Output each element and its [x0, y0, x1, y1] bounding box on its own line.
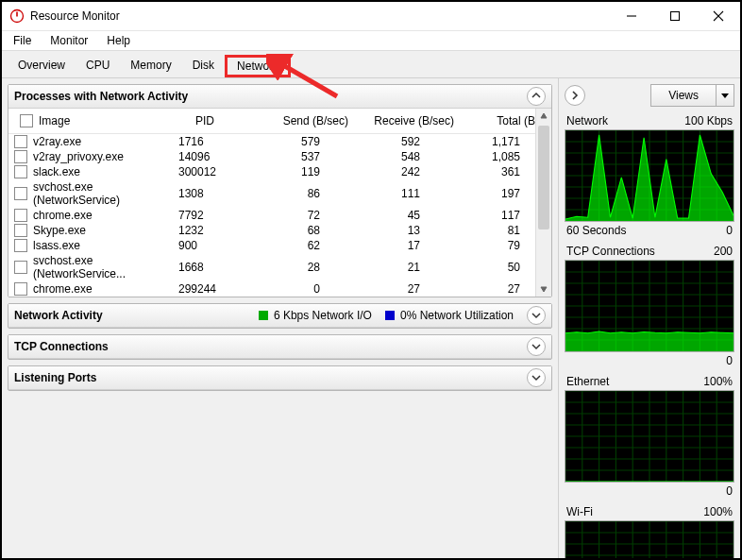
table-row[interactable]: chrome.exe77927245117 — [8, 208, 551, 223]
menu-help[interactable]: Help — [101, 32, 136, 49]
tab-network[interactable]: Network — [225, 55, 291, 77]
cell-total: 27 — [433, 282, 533, 296]
scroll-up-icon[interactable] — [536, 109, 551, 124]
maximize-button[interactable] — [653, 2, 697, 30]
svg-rect-3 — [671, 12, 680, 21]
cell-pid: 1232 — [178, 224, 233, 237]
menu-file[interactable]: File — [8, 32, 37, 49]
table-row[interactable]: Skype.exe1232681381 — [8, 223, 551, 238]
chevron-down-icon[interactable] — [527, 337, 546, 356]
cell-pid: 1308 — [178, 187, 233, 200]
panel-ports-header[interactable]: Listening Ports — [8, 366, 551, 390]
cell-pid: 1668 — [178, 261, 233, 274]
scroll-thumb[interactable] — [538, 126, 549, 229]
cell-pid: 299244 — [178, 282, 233, 296]
table-row[interactable]: slack.exe300012119242361 — [8, 164, 551, 179]
chevron-down-icon[interactable] — [527, 306, 546, 325]
graph-title: Ethernet — [566, 375, 609, 388]
row-checkbox[interactable] — [14, 282, 27, 296]
table-row[interactable]: v2ray_privoxy.exe140965375481,085 — [8, 149, 551, 164]
scroll-down-icon[interactable] — [536, 281, 551, 297]
cell-image: chrome.exe — [33, 209, 93, 222]
svg-marker-7 — [541, 287, 547, 292]
chevron-down-icon[interactable] — [716, 85, 734, 106]
graph-canvas — [565, 260, 734, 352]
svg-rect-1 — [16, 12, 18, 17]
collapse-right-button[interactable] — [565, 85, 585, 106]
cell-total: 117 — [433, 209, 533, 222]
tab-overview[interactable]: Overview — [8, 55, 76, 77]
row-checkbox[interactable] — [14, 187, 27, 200]
tab-memory[interactable]: Memory — [120, 55, 181, 77]
table-header: Image PID Send (B/sec) Receive (B/sec) T… — [8, 109, 551, 134]
table-body: v2ray.exe17165795921,171v2ray_privoxy.ex… — [8, 134, 551, 297]
tab-disk[interactable]: Disk — [182, 55, 225, 77]
right-column: Views Network100 Kbps60 Seconds0TCP Conn… — [558, 78, 740, 558]
col-image[interactable]: Image — [8, 112, 190, 129]
views-button[interactable]: Views — [650, 84, 734, 107]
svg-marker-8 — [721, 93, 729, 98]
row-checkbox[interactable] — [14, 135, 27, 148]
titlebar[interactable]: Resource Monitor — [2, 2, 740, 31]
cell-pid: 300012 — [178, 165, 233, 178]
panel-processes-header[interactable]: Processes with Network Activity — [8, 85, 551, 109]
tabs: Overview CPU Memory Disk Network — [2, 50, 740, 78]
graph-scale: 100% — [703, 375, 733, 388]
minimize-button[interactable] — [610, 2, 653, 30]
panel-network-activity-title: Network Activity — [14, 309, 103, 322]
scrollbar[interactable] — [535, 109, 551, 297]
panel-tcp: TCP Connections — [8, 334, 552, 360]
table-row[interactable]: v2ray.exe17165795921,171 — [8, 134, 551, 149]
table-row[interactable]: svchost.exe (NetworkService...1668282150 — [8, 253, 551, 281]
panel-network-activity: Network Activity 6 Kbps Network I/O 0% N… — [8, 303, 552, 329]
cell-total: 1,171 — [433, 135, 533, 148]
cell-image: svchost.exe (NetworkService... — [33, 254, 178, 280]
tab-cpu[interactable]: CPU — [76, 55, 120, 77]
col-receive[interactable]: Receive (B/sec) — [362, 112, 467, 129]
row-checkbox[interactable] — [14, 261, 27, 274]
panel-ports: Listening Ports — [8, 365, 552, 391]
cell-total: 197 — [433, 187, 533, 200]
cell-send: 86 — [233, 187, 333, 200]
legend-io: 6 Kbps Network I/O — [259, 309, 372, 322]
cell-receive: 242 — [333, 165, 433, 178]
cell-send: 68 — [233, 224, 333, 237]
col-pid[interactable]: PID — [190, 112, 256, 129]
cell-total: 50 — [433, 261, 533, 274]
cell-image: svchost.exe (NetworkService) — [33, 180, 178, 207]
cell-receive: 21 — [333, 261, 433, 274]
row-checkbox[interactable] — [14, 209, 27, 222]
row-checkbox[interactable] — [14, 150, 27, 163]
table-row[interactable]: svchost.exe (NetworkService)130886111197 — [8, 179, 551, 208]
cell-total: 1,085 — [433, 150, 533, 163]
table-row[interactable]: lsass.exe900621779 — [8, 238, 551, 253]
close-button[interactable] — [697, 2, 740, 30]
views-label: Views — [651, 89, 716, 102]
panel-processes-title: Processes with Network Activity — [14, 90, 188, 103]
cell-image: slack.exe — [33, 165, 80, 178]
chevron-up-icon[interactable] — [527, 87, 546, 106]
graph-ethernet: Ethernet100%0 — [565, 375, 734, 498]
row-checkbox[interactable] — [14, 165, 27, 178]
menu-monitor[interactable]: Monitor — [44, 32, 93, 49]
cell-pid: 7792 — [178, 209, 233, 222]
panel-processes: Processes with Network Activity Image PI… — [8, 84, 552, 297]
table-row[interactable]: chrome.exe29924402727 — [8, 281, 551, 297]
row-checkbox[interactable] — [14, 224, 27, 237]
cell-receive: 592 — [333, 135, 433, 148]
graph-scale: 100% — [703, 505, 733, 518]
graph-scale: 200 — [714, 245, 733, 258]
row-checkbox[interactable] — [14, 239, 27, 252]
panel-tcp-header[interactable]: TCP Connections — [8, 335, 551, 359]
cell-pid: 1716 — [178, 135, 233, 148]
cell-send: 62 — [233, 239, 333, 252]
cell-receive: 17 — [333, 239, 433, 252]
chevron-down-icon[interactable] — [527, 368, 546, 387]
col-send[interactable]: Send (B/sec) — [256, 112, 362, 129]
panel-network-activity-header[interactable]: Network Activity 6 Kbps Network I/O 0% N… — [8, 304, 551, 328]
right-toolbar: Views — [565, 84, 734, 107]
cell-total: 361 — [433, 165, 533, 178]
graph-tcp: TCP Connections2000 — [565, 245, 734, 367]
checkbox-all[interactable] — [20, 114, 33, 127]
cell-send: 28 — [233, 261, 333, 274]
